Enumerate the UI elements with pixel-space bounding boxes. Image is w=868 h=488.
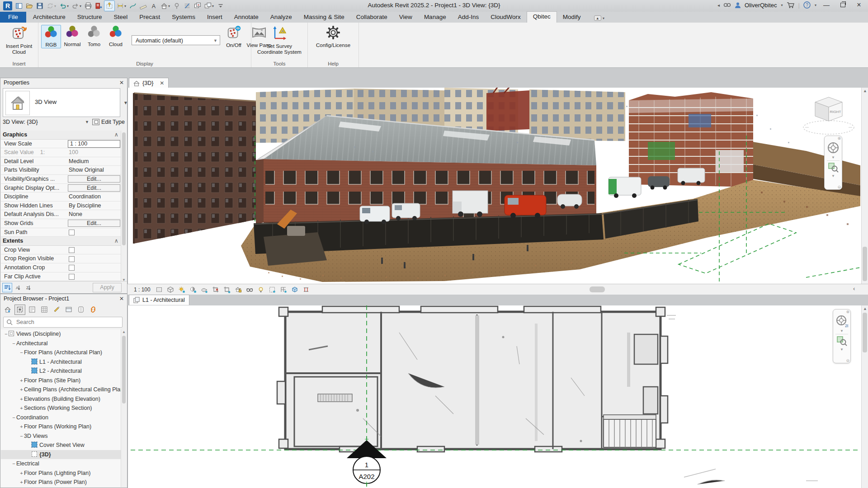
property-row-show-hidden-lines[interactable]: Show Hidden LinesBy Discipline [1,202,122,211]
user-menu-caret[interactable]: ▾ [781,3,783,7]
ribbon-display-toggle[interactable]: ▴▾ [591,14,608,23]
ribbon-tab-qbitec[interactable]: Qbitec [527,11,557,23]
apply-button[interactable]: Apply [93,283,122,292]
edit-item-icon[interactable] [51,305,62,315]
detail-level-icon[interactable] [155,286,164,294]
plan-view-canvas[interactable]: 1 A202 ⊗ 2D ▼ ▼ ⊖ [127,305,862,488]
user-icon[interactable] [735,2,741,9]
ribbon-tab-precast[interactable]: Precast [133,12,166,23]
horizontal-scrollbar-thumb[interactable] [590,286,605,292]
show-crop-region-icon[interactable] [223,286,231,294]
view-cube[interactable]: RIGHT [801,91,857,138]
show-analytical-model-icon[interactable] [279,286,288,294]
config-license-button[interactable]: Config/License [312,25,354,48]
zoom-icon[interactable] [836,335,847,346]
set-survey-coordinate-button[interactable]: A Set Survey Coordinate System [256,25,303,55]
section-box-icon[interactable] [104,0,115,11]
navbar-wheel-caret[interactable]: ▼ [833,329,850,333]
property-row-show-grids[interactable]: Show GridsEdit... [1,219,122,228]
navigation-bar-2d[interactable]: ⊗ 2D ▼ ▼ ⊖ [833,309,851,363]
ribbon-tab-modify[interactable]: Modify [557,12,587,23]
manage-links-icon[interactable] [88,305,99,315]
ribbon-tab-analyze[interactable]: Analyze [264,12,298,23]
sort-ascending-icon[interactable]: A [13,283,23,292]
view-tab-plan[interactable]: L1 - Architectural [129,295,189,305]
tree-item-l2-architectural[interactable]: L2 - Architectural [1,366,122,376]
sun-path-icon[interactable] [178,286,186,294]
navbar-minimize-icon[interactable]: ⊖ [837,185,841,189]
navigation-bar-3d[interactable]: ⊗ ▼ ▼ ⊖ [824,136,842,190]
ribbon-tab-architecture[interactable]: Architecture [27,12,71,23]
ribbon-tab-insert[interactable]: Insert [201,12,228,23]
tree-item-floor-plans-working-plan[interactable]: +Floor Plans (Working Plan) [1,422,122,432]
ribbon-tab-add-ins[interactable]: Add-Ins [452,12,485,23]
instance-selector[interactable]: 3D View: {3D} [3,119,38,125]
steering-wheel-icon[interactable] [827,141,840,154]
schedule-list-icon[interactable] [39,305,50,315]
tree-item-cover-sheet-view[interactable]: Cover Sheet View [1,441,122,450]
temporary-view-properties-icon[interactable] [268,286,277,294]
view-scale-button[interactable]: 1 : 100 [127,286,155,293]
display-mode-normal-button[interactable]: Normal [63,25,82,47]
tree-item-elevations-building-elevation[interactable]: +Elevations (Building Elevation) [1,394,122,404]
tree-item-floor-plans-lighting-plan[interactable]: +Floor Plans (Lighting Plan) [1,469,122,478]
search-input[interactable] [15,318,117,327]
unlocked-3d-view-icon[interactable] [234,286,243,294]
properties-close-icon[interactable]: ✕ [119,78,124,87]
ui-toggle-icon[interactable] [14,1,24,11]
views-filter-icon[interactable] [14,305,25,315]
tree-item-floor-plans-power-plan[interactable]: +Floor Plans (Power Plan) [1,478,122,487]
navbar-close-icon[interactable]: ⊗ [846,310,849,314]
customize-qat-icon[interactable] [216,1,226,11]
temporary-hide-isolate-icon[interactable] [245,286,254,294]
close-tab-icon[interactable]: ✕ [160,80,164,86]
ribbon-tab-structure[interactable]: Structure [71,12,108,23]
family-item-icon[interactable] [75,305,86,315]
default-3d-view-icon[interactable]: ▾ [159,1,171,11]
home-view-icon[interactable] [2,305,13,315]
highlight-displacement-sets-icon[interactable] [291,286,299,294]
sync-with-central-icon[interactable]: ▾ [45,1,57,11]
type-selector[interactable]: 3D View ▼ [3,88,120,117]
view-tab-3d[interactable]: {3D} ✕ [129,78,169,88]
measure-icon[interactable] [138,1,148,11]
detail-line-icon[interactable] [128,1,138,11]
display-mode-dropdown[interactable]: Automatic (default)▼ [132,35,220,45]
property-row-view-scale[interactable]: View Scale1 : 100 [1,140,122,149]
tree-item-floor-plans-architectural-plan[interactable]: −Floor Plans (Architectural Plan) [1,348,122,357]
edit-type-button[interactable]: Edit Type [92,119,125,125]
property-row-crop-view[interactable]: Crop View [1,246,122,255]
minimize-button[interactable]: — [820,1,833,9]
project-browser-scrollbar[interactable]: ▲ [121,329,127,487]
properties-section-graphics[interactable]: Graphics∧ [1,131,122,140]
tree-item-electrical[interactable]: −Electrical [1,459,122,469]
help-caret[interactable]: ▾ [815,3,816,7]
ribbon-tab-cloudworx[interactable]: CloudWorx [485,12,527,23]
ribbon-tab-steel[interactable]: Steel [108,12,134,23]
navbar-zoom-caret[interactable]: ▼ [833,348,850,352]
property-row-default-analysis-dis[interactable]: Default Analysis Dis...None [1,210,122,219]
property-row-scale-value-1[interactable]: Scale Value 1:100 [1,148,122,157]
back-arrow-icon[interactable]: ◂ [717,3,720,8]
property-row-far-clip-active[interactable]: Far Clip Active [1,272,122,282]
display-mode-rgb-button[interactable]: RGB [41,25,61,48]
3d-view-scrollbar[interactable]: ▲ [861,88,868,284]
switch-windows-icon[interactable]: ▾ [203,1,215,11]
tree-item-ceiling-plans-architectural-ceiling-plan[interactable]: +Ceiling Plans (Architectural Ceiling Pl… [1,385,122,394]
text-note-icon[interactable]: A [149,1,159,11]
property-row-detail-level[interactable]: Detail LevelMedium [1,157,122,166]
scroll-left-icon[interactable]: ‹ [853,285,855,292]
search-icon[interactable] [723,2,731,9]
print-icon[interactable] [83,1,93,11]
onoff-button[interactable]: On/Off [223,25,245,48]
crop-view-icon[interactable] [212,286,220,294]
shadows-icon[interactable] [189,286,198,294]
ribbon-tab-annotate[interactable]: Annotate [228,12,264,23]
ribbon-tab-manage[interactable]: Manage [418,12,452,23]
tree-item-architectural[interactable]: −Architectural [1,339,122,348]
transfer-standards-icon[interactable] [94,1,104,11]
tag-by-category-icon[interactable] [172,1,182,11]
undo-icon[interactable]: ▾ [58,1,70,11]
steering-wheel-2d-icon[interactable]: 2D [835,315,848,328]
insert-point-cloud-button[interactable]: Insert Point Cloud [2,25,36,55]
